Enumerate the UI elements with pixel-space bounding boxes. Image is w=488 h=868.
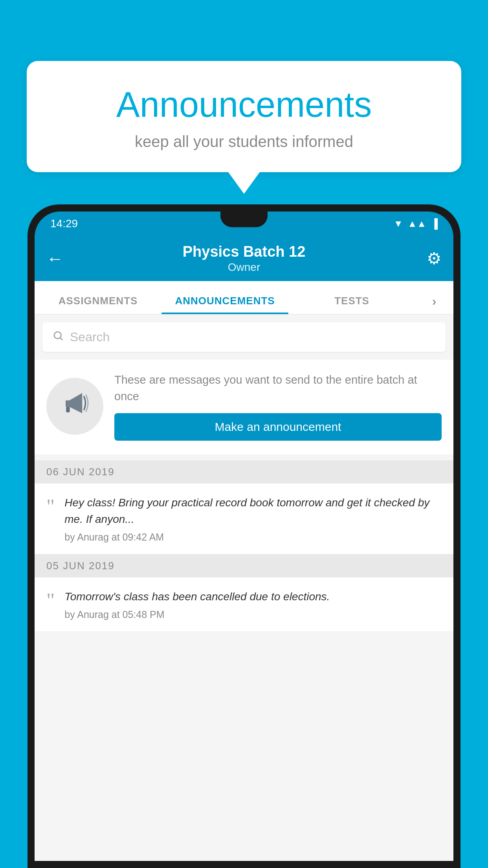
- promo-description: These are messages you want to send to t…: [114, 371, 442, 405]
- phone-frame: 14:29 ▼ ▲▲ ▐ ← Physics Batch 12 Owner ⚙ …: [28, 204, 460, 868]
- announcement-item-2[interactable]: " Tomorrow's class has been cancelled du…: [35, 577, 453, 632]
- content-area: Search These are messages you wan: [35, 314, 453, 861]
- tab-assignments[interactable]: ASSIGNMENTS: [35, 295, 161, 314]
- quote-icon-1: ": [46, 497, 55, 517]
- date-divider-1: 06 JUN 2019: [35, 460, 453, 484]
- date-divider-2: 05 JUN 2019: [35, 554, 453, 577]
- announcement-message-2: Tomorrow's class has been cancelled due …: [64, 588, 442, 605]
- announcement-author-2: by Anurag at 05:48 PM: [64, 609, 442, 620]
- megaphone-icon: [60, 388, 90, 424]
- announcement-text-1: Hey class! Bring your practical record b…: [64, 495, 442, 543]
- speech-bubble-subtitle: keep all your students informed: [46, 133, 442, 151]
- announcement-text-2: Tomorrow's class has been cancelled due …: [64, 588, 442, 620]
- quote-icon-2: ": [46, 590, 55, 611]
- battery-icon: ▐: [431, 218, 438, 229]
- tab-tests[interactable]: TESTS: [288, 295, 415, 314]
- wifi-icon: ▼: [394, 218, 403, 229]
- tab-announcements[interactable]: ANNOUNCEMENTS: [161, 295, 288, 314]
- status-time: 14:29: [50, 217, 78, 230]
- announcement-message-1: Hey class! Bring your practical record b…: [64, 495, 442, 528]
- date-label-1: 06 JUN 2019: [46, 466, 115, 478]
- search-placeholder: Search: [70, 330, 110, 344]
- speech-bubble-arrow: [228, 172, 260, 194]
- settings-icon[interactable]: ⚙: [414, 249, 442, 268]
- svg-point-0: [54, 332, 61, 339]
- search-bar[interactable]: Search: [42, 322, 446, 352]
- app-bar: ← Physics Batch 12 Owner ⚙: [35, 236, 453, 281]
- tabs-bar: ASSIGNMENTS ANNOUNCEMENTS TESTS ›: [35, 281, 453, 314]
- tab-more[interactable]: ›: [415, 294, 453, 314]
- announcement-item-1[interactable]: " Hey class! Bring your practical record…: [35, 484, 453, 554]
- svg-rect-2: [66, 407, 70, 412]
- promo-right: These are messages you want to send to t…: [114, 371, 442, 441]
- announcement-author-1: by Anurag at 09:42 AM: [64, 531, 442, 543]
- app-bar-title: Physics Batch 12 Owner: [74, 243, 414, 274]
- status-bar: 14:29 ▼ ▲▲ ▐: [35, 211, 453, 236]
- speech-bubble-card: Announcements keep all your students inf…: [27, 61, 461, 172]
- status-icons: ▼ ▲▲ ▐: [394, 218, 438, 229]
- phone-inner: 14:29 ▼ ▲▲ ▐ ← Physics Batch 12 Owner ⚙ …: [35, 211, 453, 861]
- signal-icon: ▲▲: [407, 218, 426, 229]
- speech-bubble-section: Announcements keep all your students inf…: [27, 61, 461, 194]
- notch: [220, 211, 268, 227]
- search-icon: [52, 329, 64, 345]
- make-announcement-button[interactable]: Make an announcement: [114, 413, 442, 441]
- app-bar-title-text: Physics Batch 12: [74, 243, 414, 260]
- date-label-2: 05 JUN 2019: [46, 560, 115, 572]
- app-bar-subtitle-text: Owner: [74, 261, 414, 274]
- promo-icon-circle: [46, 378, 103, 435]
- promo-card: These are messages you want to send to t…: [35, 360, 453, 454]
- svg-line-1: [61, 338, 63, 340]
- back-button[interactable]: ←: [46, 249, 74, 268]
- speech-bubble-title: Announcements: [46, 85, 442, 125]
